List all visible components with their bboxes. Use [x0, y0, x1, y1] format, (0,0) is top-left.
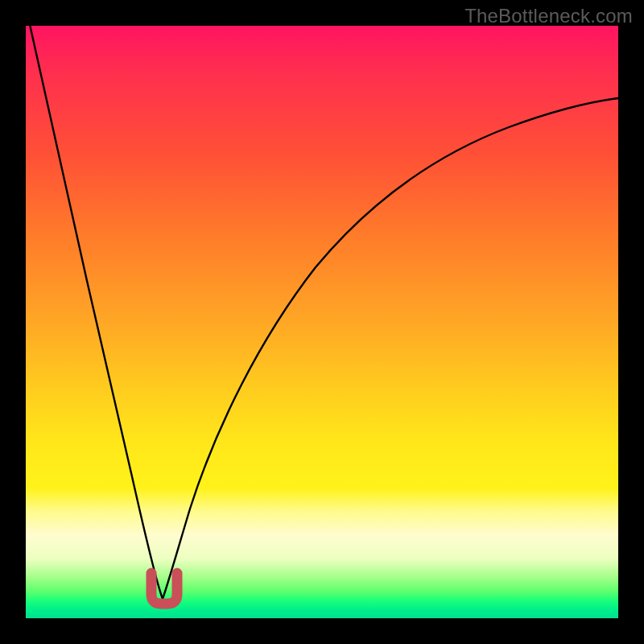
bottleneck-curve: [29, 26, 618, 599]
plot-area: [26, 26, 618, 618]
watermark-text: TheBottleneck.com: [464, 5, 633, 27]
curve-layer: [26, 26, 618, 618]
chart-frame: TheBottleneck.com: [0, 0, 644, 644]
minimum-marker-u: [151, 573, 177, 604]
